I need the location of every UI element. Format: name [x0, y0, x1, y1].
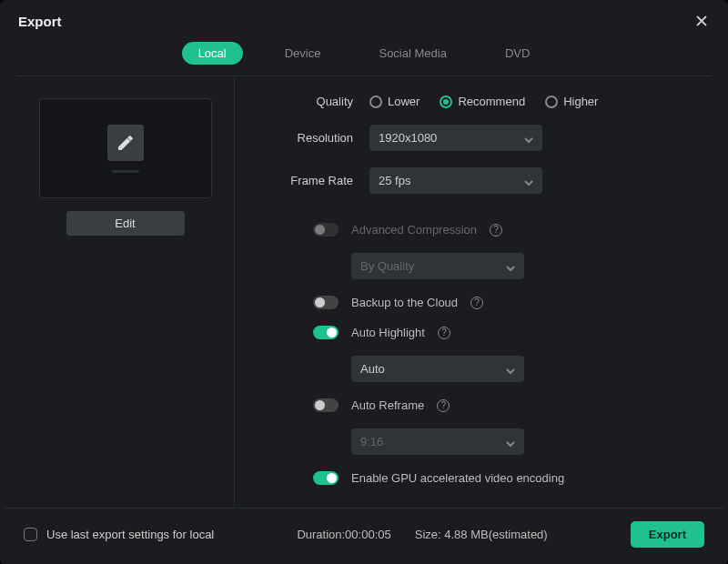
settings-pane[interactable]: Quality Lower Recommend Higher [235, 76, 712, 508]
radio-higher-label: Higher [563, 95, 598, 108]
chevron-down-icon [506, 438, 515, 447]
help-icon[interactable]: ? [438, 327, 450, 339]
framerate-label: Frame Rate [260, 174, 369, 187]
radio-recommend[interactable]: Recommend [440, 95, 525, 108]
adv-compression-select: By Quality [351, 253, 524, 279]
framerate-value: 25 fps [379, 174, 410, 187]
adv-compression-row: Advanced Compression ? [260, 223, 699, 237]
radio-higher[interactable]: Higher [545, 95, 598, 108]
chevron-down-icon [506, 365, 515, 374]
auto-reframe-select-wrap: 9:16 [351, 428, 699, 455]
adv-compression-select-wrap: By Quality [351, 253, 699, 279]
backup-cloud-label: Backup to the Cloud [351, 296, 458, 309]
footer-info: Duration:00:00:05 Size: 4.88 MB(estimate… [297, 528, 547, 541]
gpu-encode-row: Enable GPU accelerated video encoding [260, 471, 699, 485]
tab-local[interactable]: Local [182, 42, 243, 65]
help-icon[interactable]: ? [470, 297, 483, 309]
auto-reframe-select-value: 9:16 [360, 435, 383, 448]
help-icon[interactable]: ? [437, 399, 450, 412]
export-button[interactable]: Export [631, 521, 704, 548]
edit-button[interactable]: Edit [66, 211, 185, 236]
dialog-body: Edit Quality Lower Recommend Higher [16, 76, 712, 508]
framerate-row: Frame Rate 25 fps [260, 167, 699, 194]
adv-compression-label: Advanced Compression [351, 223, 477, 237]
use-last-settings-checkbox[interactable] [24, 528, 37, 541]
gpu-encode-toggle[interactable] [313, 471, 339, 485]
tab-device[interactable]: Device [268, 42, 338, 65]
auto-highlight-select[interactable]: Auto [351, 356, 524, 382]
help-icon[interactable]: ? [490, 224, 502, 237]
resolution-label: Resolution [260, 131, 369, 145]
radio-lower-label: Lower [388, 95, 420, 108]
quality-radios: Lower Recommend Higher [369, 95, 598, 108]
auto-highlight-label: Auto Highlight [351, 326, 425, 339]
resolution-select[interactable]: 1920x1080 [369, 125, 542, 151]
auto-reframe-label: Auto Reframe [351, 398, 424, 412]
auto-highlight-select-value: Auto [360, 362, 385, 376]
auto-reframe-row: Auto Reframe ? [260, 398, 699, 412]
auto-highlight-row: Auto Highlight ? [260, 326, 699, 339]
quality-row: Quality Lower Recommend Higher [260, 95, 699, 108]
export-dialog: Export Local Device Social Media DVD Edi… [0, 0, 728, 564]
resolution-value: 1920x1080 [379, 131, 437, 145]
auto-highlight-toggle[interactable] [313, 326, 339, 339]
chevron-down-icon [524, 134, 533, 143]
preview-thumbnail[interactable] [39, 98, 212, 198]
auto-reframe-select: 9:16 [351, 428, 524, 455]
backup-cloud-toggle[interactable] [313, 296, 339, 309]
tab-bar: Local Device Social Media DVD [0, 38, 728, 76]
duration-text: Duration:00:00:05 [297, 528, 390, 541]
dialog-header: Export [0, 0, 728, 38]
footer-left: Use last export settings for local [24, 528, 214, 541]
backup-cloud-row: Backup to the Cloud ? [260, 296, 699, 309]
auto-reframe-toggle[interactable] [313, 398, 339, 412]
chevron-down-icon [524, 176, 533, 186]
size-text: Size: 4.88 MB(estimated) [415, 528, 548, 541]
close-button[interactable] [693, 13, 710, 29]
chevron-down-icon [506, 262, 515, 271]
preview-pane: Edit [16, 76, 235, 508]
adv-compression-toggle [313, 223, 339, 237]
dialog-title: Export [18, 14, 62, 29]
adv-compression-select-value: By Quality [360, 259, 414, 273]
framerate-select[interactable]: 25 fps [369, 167, 542, 194]
edit-icon [107, 125, 144, 161]
radio-recommend-label: Recommend [458, 95, 525, 108]
thumbnail-bar [112, 170, 139, 173]
resolution-row: Resolution 1920x1080 [260, 125, 699, 151]
use-last-settings-label: Use last export settings for local [46, 528, 214, 541]
tab-social-media[interactable]: Social Media [362, 42, 462, 65]
radio-lower[interactable]: Lower [369, 95, 420, 108]
tab-dvd[interactable]: DVD [489, 42, 546, 65]
auto-highlight-select-wrap: Auto [351, 356, 699, 382]
quality-label: Quality [260, 95, 369, 108]
gpu-encode-label: Enable GPU accelerated video encoding [351, 471, 564, 485]
dialog-footer: Use last export settings for local Durat… [4, 508, 724, 564]
